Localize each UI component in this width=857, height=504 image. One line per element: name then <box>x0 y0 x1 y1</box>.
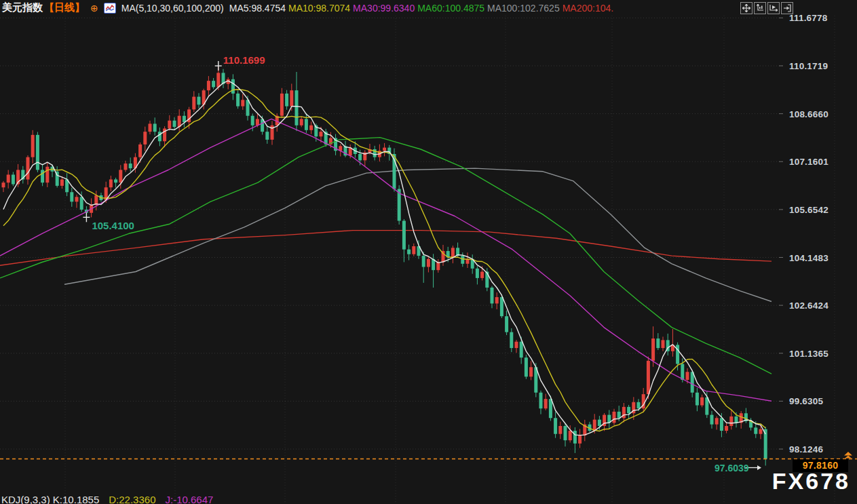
candle-body <box>192 97 195 110</box>
candle-body <box>407 250 411 254</box>
candle-body <box>436 262 440 270</box>
candle-body <box>598 420 601 426</box>
price-axis-label: 110.1719 <box>789 61 828 71</box>
line-chart-glyph <box>106 5 114 12</box>
candle-body <box>651 338 655 361</box>
last-low-annotation: 97.6039 <box>715 463 749 473</box>
candle-body <box>80 197 83 210</box>
price-axis-label: 98.1246 <box>789 444 823 454</box>
high-price-annotation: 110.1699 <box>223 54 265 66</box>
candle-body <box>207 81 210 90</box>
candle-body <box>647 361 650 394</box>
candle-body <box>525 357 528 376</box>
price-axis-label: 105.6542 <box>789 204 829 214</box>
price-axis-label: 102.6424 <box>789 301 829 311</box>
pan-icon[interactable] <box>740 2 753 14</box>
ma-line <box>0 138 772 374</box>
candlestick-chart[interactable] <box>0 0 857 504</box>
candle-body <box>539 393 543 408</box>
candle-body <box>7 174 10 182</box>
candle-body <box>320 132 323 136</box>
ma-value-label: MA100:102.7625 <box>487 3 560 14</box>
candle-body <box>251 116 254 125</box>
candle-body <box>41 170 44 182</box>
candle-body <box>149 123 152 132</box>
candle-body <box>544 399 548 408</box>
exit-chart-icon[interactable] <box>781 2 793 14</box>
candle-body <box>578 435 582 444</box>
candle-body <box>520 342 523 357</box>
low-price-annotation: 105.4100 <box>92 220 134 231</box>
ma-line <box>64 168 772 301</box>
candle-body <box>241 100 244 106</box>
candle-body <box>696 393 699 406</box>
candle-body <box>109 180 113 188</box>
candle-body <box>729 416 733 426</box>
candle-body <box>305 119 308 130</box>
candle-body <box>686 372 689 380</box>
candle-body <box>309 125 313 130</box>
candle-body <box>295 90 299 125</box>
ma-slow-layer <box>0 168 772 301</box>
ma-value-label: MA60:100.4875 <box>417 3 484 14</box>
candle-body <box>637 402 641 408</box>
ma-value-label: MA30:99.6340 <box>353 3 415 14</box>
kdj-indicator-row: KDJ(9,3,3) K:10.1855D:22.3360J:-10.6647 <box>1 494 213 504</box>
candle-body <box>246 100 250 115</box>
candle-body <box>300 119 303 125</box>
candle-body <box>461 256 464 264</box>
candle-body <box>12 174 15 184</box>
candle-body <box>422 256 425 267</box>
ma-value-label: MA10:98.7074 <box>288 3 350 14</box>
candle-body <box>549 399 552 418</box>
price-up-arrow-icon <box>845 455 852 458</box>
candle-body <box>491 288 494 303</box>
price-axis-label: 108.6660 <box>789 109 829 119</box>
candle-body <box>183 116 186 122</box>
candle-body <box>510 332 513 348</box>
candle-body <box>476 269 479 278</box>
candle-body <box>173 121 176 127</box>
candle-body <box>505 316 508 332</box>
candle-body <box>480 272 484 278</box>
candle-body <box>495 297 499 303</box>
candle-body <box>691 372 694 392</box>
candle-body <box>613 412 616 423</box>
ma-values-row: MA5:98.4754MA10:98.7074MA30:99.6340MA60:… <box>229 2 616 14</box>
chart-type-icon[interactable] <box>104 3 116 14</box>
candle-body <box>75 197 79 201</box>
symbol-title: 美元指数 <box>2 1 43 14</box>
add-indicator-icon[interactable]: ⊕ <box>90 3 98 13</box>
candle-body <box>168 121 171 129</box>
candle-body <box>656 338 660 348</box>
candle-body <box>617 412 621 418</box>
candle-body <box>554 418 557 433</box>
price-axis-label: 101.1365 <box>789 348 829 358</box>
chart-window: 美元指数 【日线】 ⊕ MA(5,10,30,60,100,200) MA5:9… <box>0 0 857 504</box>
candle-body <box>451 248 455 257</box>
candle-body <box>564 426 567 440</box>
candles-layer <box>2 66 767 465</box>
candle-body <box>70 192 73 201</box>
candle-body <box>715 418 719 424</box>
axis-scale-right-icon[interactable] <box>767 2 780 14</box>
candle-body <box>710 415 714 425</box>
kdj-value-label: D:22.3360 <box>109 494 155 504</box>
candle-body <box>735 416 738 423</box>
period-selector[interactable]: 【日线】 <box>44 1 85 14</box>
price-axis-label: 107.1601 <box>789 157 829 167</box>
candle-body <box>700 398 704 406</box>
candle-body <box>285 94 288 106</box>
ma-line <box>3 90 765 431</box>
candle-body <box>558 426 562 434</box>
ma-line <box>0 231 772 266</box>
price-axis-label: 104.1483 <box>789 252 829 263</box>
candle-body <box>427 259 430 267</box>
axis-scale-left-icon[interactable] <box>754 2 766 14</box>
candle-body <box>412 246 415 254</box>
candle-body <box>681 364 684 380</box>
ma-fast-layer <box>0 81 772 435</box>
candle-body <box>45 167 49 182</box>
candle-body <box>212 81 215 87</box>
candle-body <box>26 157 30 180</box>
